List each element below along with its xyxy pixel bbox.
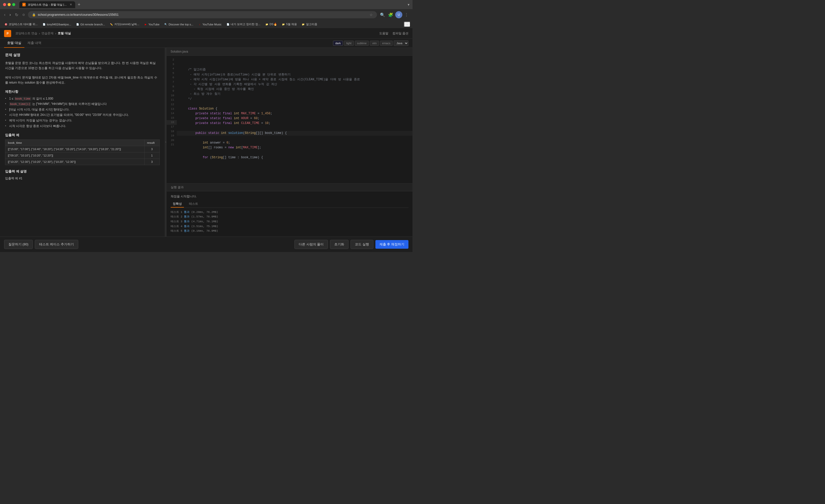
code-area[interactable]: 2 3 4 5 6 7 8 9 10 11 12 13 14 15 <box>167 56 412 184</box>
theme-vim-button[interactable]: vim <box>370 41 379 46</box>
constraint-item: [대실 시작 시각, 대실 종료 시각] 형태입니다. <box>5 107 160 113</box>
bookmark-label: 알고리즘 <box>306 22 317 26</box>
test-status: 통과 <box>184 215 191 218</box>
keyword: private <box>195 122 208 125</box>
comment: - 특정 시점에 사용 중인 방 개수를 확인 <box>181 87 254 91</box>
theme-light-button[interactable]: light <box>344 41 354 46</box>
code-line <box>177 136 412 140</box>
theme-dark-button[interactable]: dark <box>333 41 343 46</box>
code-line: private static final int CLEAN_TIME = 10… <box>177 121 412 126</box>
profile-button[interactable]: U <box>395 11 402 18</box>
bookmark-item[interactable]: 📄 tony9402/baekjoo... <box>40 22 73 27</box>
output-tabs: 정확성 테스트 <box>171 201 408 208</box>
bookmark-item[interactable]: ✏️ 커밋(commit) 날짜... <box>108 21 142 27</box>
code-line: private static final int MAX_TIME = 1_45… <box>177 111 412 116</box>
code-lines[interactable]: /* 알고리즘 - 예약 시작(inTime)과 종료(outTime) 시간을… <box>177 56 412 184</box>
type: int <box>203 141 208 145</box>
constraint-title: 제한사항 <box>5 89 160 94</box>
bookmark-item[interactable]: 📄 Git remote branch... <box>74 22 107 27</box>
refresh-button[interactable]: ↻ <box>14 11 19 18</box>
back-button[interactable]: ‹ <box>3 11 6 18</box>
resize-icon: ≡ <box>165 141 166 143</box>
constraint-item: 예약 시각이 자정을 넘어가는 경우는 없습니다. <box>5 118 160 124</box>
code-line: int answer = 0; <box>177 140 412 145</box>
breadcrumb-current: 호텔 대실 <box>58 31 71 35</box>
others-pool-button[interactable]: 다른 사람의 풀이 <box>294 240 328 249</box>
bookmark-item[interactable]: 🔍 Discover the top s... <box>162 22 195 27</box>
close-button[interactable] <box>3 3 6 6</box>
line-num: 6 <box>167 75 177 80</box>
menu-button[interactable]: ⋮ <box>403 11 409 18</box>
code-line <box>177 150 412 155</box>
tab-close-button[interactable]: ✕ <box>70 3 72 6</box>
code-line <box>177 101 412 106</box>
bookmark-item[interactable]: 🎯 코딩테스트 대비를 위... <box>2 21 40 27</box>
bookmark-item[interactable]: 📁 알고리즘 <box>299 21 319 27</box>
extensions-button[interactable]: 🧩 <box>387 11 394 18</box>
bookmarks-more-button[interactable]: » <box>404 21 410 27</box>
theme-emacs-button[interactable]: emacs <box>380 41 393 46</box>
language-selector[interactable]: Java <box>394 41 408 46</box>
bookmark-favicon: 📄 <box>42 23 46 26</box>
keyword: public <box>195 131 206 135</box>
submit-button[interactable]: 제출 후 채점하기 <box>375 240 408 249</box>
search-button[interactable]: 🔍 <box>379 11 386 18</box>
bookmark-item[interactable]: 📄 내가 보려고 정리한 정... <box>224 21 262 27</box>
compile-options-link[interactable]: 컴파일 옵션 <box>392 31 408 35</box>
tab-list-button[interactable]: ▾ <box>408 3 409 7</box>
breadcrumb-part2[interactable]: 연습문제 <box>42 31 54 35</box>
output-header[interactable]: 실행 결과 <box>167 184 412 191</box>
bookmark-item[interactable]: ▶ YouTube <box>142 22 161 27</box>
output-tab-efficiency[interactable]: 테스트 <box>187 201 200 208</box>
url-bar[interactable]: 🔒 school.programmers.co.kr/learn/courses… <box>28 11 377 18</box>
test-detail: (3.51ms, 75.1MB) <box>191 225 218 228</box>
code-line: private static final int HOUR = 60; <box>177 116 412 121</box>
constraint-list: 1 ≤ book_time 의 길이 ≤ 1,000 book_time[i] … <box>5 96 160 129</box>
add-test-button[interactable]: 테스트 케이스 추가하기 <box>35 240 78 249</box>
star-button[interactable]: ☆ <box>370 13 373 17</box>
type: String <box>245 131 256 135</box>
test-status: 통과 <box>184 211 191 214</box>
home-button[interactable]: ⊙ <box>21 12 26 17</box>
test-result-item: 테스트 5 통과 (0.16ms, 76.9MB) <box>171 229 408 233</box>
method: solution <box>228 131 243 135</box>
keyword: new <box>228 146 234 149</box>
question-button[interactable]: 질문하기 (80) <box>4 240 33 249</box>
bookmark-label: YouTube <box>149 23 159 26</box>
line-num: 20 <box>167 138 177 143</box>
breadcrumb-part1[interactable]: 코딩테스트 연습 <box>15 31 38 35</box>
forward-button[interactable]: › <box>8 11 12 18</box>
active-tab[interactable]: P 코딩테스트 연습 - 호텔 대실 | 프... ✕ <box>19 1 75 8</box>
output-tab-accuracy[interactable]: 정확성 <box>171 201 184 208</box>
new-tab-button[interactable]: + <box>76 2 82 8</box>
bookmark-item[interactable]: 📁 5월 채용 <box>280 21 299 27</box>
code-line: */ <box>177 97 412 101</box>
number: 60 <box>254 117 257 120</box>
test-num: 테스트 2 <box>171 215 184 218</box>
run-button[interactable]: 코드 실행 <box>351 240 373 249</box>
tab-submission[interactable]: 제출 내역 <box>24 39 45 48</box>
bookmark-favicon: 📄 <box>76 23 79 26</box>
bookmark-label: 5월 채용 <box>286 22 297 26</box>
tab-problem[interactable]: 호텔 대실 <box>4 39 24 48</box>
minimize-button[interactable] <box>8 3 11 6</box>
help-link[interactable]: 도움말 <box>379 31 388 35</box>
tab-title: 코딩테스트 연습 - 호텔 대실 | 프... <box>28 3 68 7</box>
test-detail: (0.28ms, 76.2MB) <box>191 211 218 214</box>
test-result-item: 테스트 2 통과 (1.57ms, 76.9MB) <box>171 214 408 219</box>
keyword: static <box>208 131 219 135</box>
type: int <box>234 122 239 125</box>
bookmark-item[interactable]: ♪ YouTube Music <box>196 22 224 27</box>
yt-music-favicon: ♪ <box>198 23 202 26</box>
maximize-button[interactable] <box>12 3 15 6</box>
line-num: 16 <box>167 120 177 125</box>
bookmark-item[interactable]: 📁 DS🔥 <box>263 22 279 27</box>
reset-button[interactable]: 초기화 <box>330 240 349 249</box>
line-num: 17 <box>167 125 177 129</box>
line-num: 12 <box>167 102 177 107</box>
number: 1_450 <box>261 112 271 115</box>
io-col1-header: book_time <box>5 140 145 146</box>
title-bar: P 코딩테스트 연습 - 호텔 대실 | 프... ✕ + ▾ <box>0 0 412 9</box>
theme-sublime-button[interactable]: sublime <box>355 41 369 46</box>
line-num: 4 <box>167 67 177 71</box>
